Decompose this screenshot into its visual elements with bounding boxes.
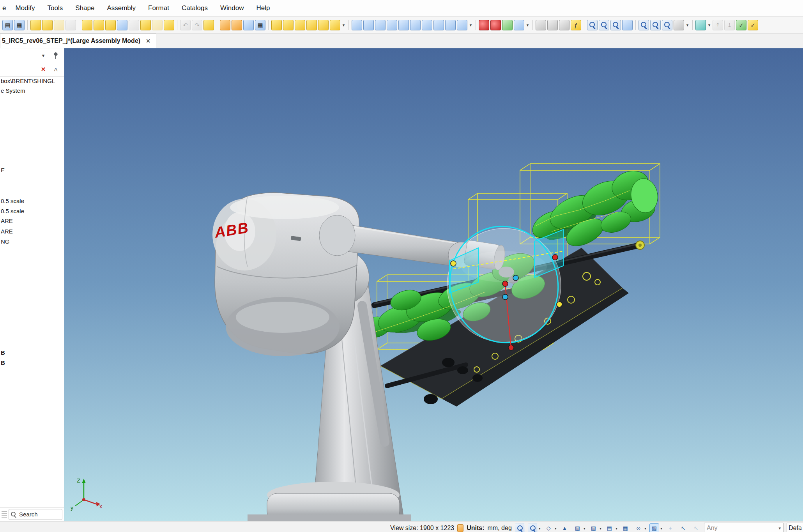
sweep-icon[interactable] bbox=[54, 20, 64, 30]
pan-icon[interactable] bbox=[536, 20, 546, 30]
quad-view-icon[interactable] bbox=[255, 20, 265, 30]
import-icon[interactable] bbox=[105, 20, 116, 30]
glasses-icon[interactable]: ∞ bbox=[633, 523, 643, 532]
handle-yellow-left[interactable] bbox=[451, 261, 456, 266]
zoom-out-icon[interactable] bbox=[515, 523, 525, 532]
view-iso-icon[interactable] bbox=[422, 20, 432, 30]
zoom-out-icon[interactable] bbox=[599, 20, 609, 30]
mirror-icon[interactable] bbox=[306, 20, 317, 30]
document-tab[interactable]: 5_IRC5_rev06_STEP_j*(Large Assembly Mode… bbox=[0, 34, 156, 48]
lower-icon[interactable] bbox=[724, 20, 735, 30]
cube-axes-more-icon[interactable]: ▾ bbox=[584, 526, 585, 530]
display-mode-more-icon[interactable]: ▾ bbox=[660, 526, 662, 530]
tree-item-root[interactable]: box\BRENT\SHINGL bbox=[1, 78, 55, 84]
tree-item-coordsys[interactable]: e System bbox=[1, 87, 25, 94]
save-icon[interactable] bbox=[94, 20, 104, 30]
notes-icon[interactable] bbox=[164, 20, 174, 30]
tree-item-shingle[interactable]: NG bbox=[1, 238, 10, 245]
tree-item[interactable]: E bbox=[1, 167, 5, 173]
scale-icon[interactable] bbox=[295, 20, 305, 30]
rotate-icon[interactable] bbox=[283, 20, 294, 30]
active-display-mode-icon[interactable]: ▧ bbox=[649, 523, 659, 532]
tree-item-partial-2[interactable]: B bbox=[1, 359, 5, 366]
lift-face-icon[interactable] bbox=[117, 20, 127, 30]
cube-style-icon[interactable]: ▤ bbox=[605, 523, 614, 532]
window-cascade-icon[interactable] bbox=[220, 20, 230, 30]
wireframe-icon[interactable] bbox=[502, 20, 513, 30]
handle-red-lower[interactable] bbox=[508, 345, 514, 350]
zoom-more-icon[interactable] bbox=[685, 20, 690, 30]
mass-properties-icon[interactable] bbox=[14, 20, 25, 30]
viewport-canvas[interactable]: ABB bbox=[64, 48, 803, 521]
split-view-icon[interactable] bbox=[243, 20, 254, 30]
tree-item-scale-2[interactable]: 0.5 scale bbox=[1, 208, 24, 214]
plane-icon[interactable]: ▲ bbox=[560, 523, 570, 532]
menu-file-partial[interactable]: e bbox=[2, 0, 9, 16]
menu-shape[interactable]: Shape bbox=[69, 0, 101, 16]
deactivate-icon[interactable] bbox=[65, 20, 76, 30]
open-file-icon[interactable] bbox=[82, 20, 92, 30]
pin-icon[interactable] bbox=[51, 51, 61, 60]
search-field[interactable] bbox=[9, 509, 62, 520]
handle-blue-lower[interactable] bbox=[502, 294, 508, 300]
orient-icon[interactable] bbox=[330, 20, 340, 30]
view-left-icon[interactable] bbox=[375, 20, 386, 30]
annotate-icon[interactable]: A bbox=[51, 65, 61, 74]
revolve-icon[interactable] bbox=[42, 20, 53, 30]
cube-axes-icon[interactable]: ▧ bbox=[573, 523, 582, 532]
view-dimetric-icon[interactable] bbox=[445, 20, 456, 30]
search-input[interactable] bbox=[18, 511, 55, 518]
cursor-alt-icon[interactable]: ↖ bbox=[691, 523, 701, 532]
validate-icon[interactable] bbox=[736, 20, 746, 30]
window-tile-icon[interactable] bbox=[232, 20, 242, 30]
selection-filter-combo[interactable]: Any ▾ bbox=[704, 523, 784, 532]
menu-modify[interactable]: Modify bbox=[9, 0, 41, 16]
tree-item-hardware-1[interactable]: ARE bbox=[1, 217, 13, 224]
report-check-icon[interactable] bbox=[748, 20, 758, 30]
chevron-down-icon[interactable]: ▾ bbox=[38, 51, 48, 60]
structure-tree-icon[interactable] bbox=[2, 20, 13, 30]
repair-more-icon[interactable] bbox=[707, 20, 711, 30]
cube-shade-icon[interactable]: ▦ bbox=[621, 523, 630, 532]
tree-item-partial-1[interactable]: B bbox=[1, 349, 5, 356]
handle-red-center[interactable] bbox=[502, 281, 508, 286]
select-icon[interactable] bbox=[559, 20, 570, 30]
align-icon[interactable] bbox=[318, 20, 329, 30]
view-back-icon[interactable] bbox=[363, 20, 374, 30]
zoom-selected-icon[interactable] bbox=[639, 20, 649, 30]
menu-catalogs[interactable]: Catalogs bbox=[175, 0, 214, 16]
redo-icon[interactable] bbox=[192, 20, 202, 30]
tree-item-scale-1[interactable]: 0.5 scale bbox=[1, 198, 24, 204]
zoom-fit-icon[interactable] bbox=[622, 20, 633, 30]
add-icon[interactable]: + bbox=[665, 523, 675, 532]
close-icon[interactable]: ✕ bbox=[144, 37, 152, 45]
lightning-icon[interactable] bbox=[571, 20, 581, 30]
menu-window[interactable]: Window bbox=[214, 0, 250, 16]
cursor-icon[interactable]: ↖ bbox=[678, 523, 688, 532]
menu-tools[interactable]: Tools bbox=[41, 0, 69, 16]
raise-icon[interactable] bbox=[713, 20, 723, 30]
cube-style-more-icon[interactable]: ▾ bbox=[616, 526, 617, 530]
extrude-icon[interactable] bbox=[30, 20, 41, 30]
undo-icon[interactable] bbox=[180, 20, 191, 30]
hidden-line-icon[interactable] bbox=[514, 20, 524, 30]
zoom-in-icon[interactable] bbox=[587, 20, 598, 30]
export-icon[interactable] bbox=[129, 20, 139, 30]
cube-views-more-icon[interactable]: ▾ bbox=[600, 526, 601, 530]
zoom-in-icon[interactable] bbox=[528, 523, 538, 532]
transform-more-icon[interactable] bbox=[341, 20, 346, 30]
copy-icon[interactable] bbox=[152, 20, 163, 30]
target-more-icon[interactable]: ▾ bbox=[555, 526, 557, 530]
orbit-icon[interactable] bbox=[547, 20, 558, 30]
menu-assembly[interactable]: Assembly bbox=[101, 0, 142, 16]
handle-red-upper[interactable] bbox=[552, 255, 558, 260]
shaded-edges-icon[interactable] bbox=[490, 20, 501, 30]
menu-help[interactable]: Help bbox=[250, 0, 276, 16]
handle-yellow-right[interactable] bbox=[557, 302, 562, 307]
view-top-icon[interactable] bbox=[398, 20, 409, 30]
menu-format[interactable]: Format bbox=[142, 0, 175, 16]
zoom-window-icon[interactable] bbox=[610, 20, 621, 30]
view-bottom-icon[interactable] bbox=[410, 20, 421, 30]
tree-item-hardware-2[interactable]: ARE bbox=[1, 228, 13, 235]
shaded-icon[interactable] bbox=[479, 20, 489, 30]
